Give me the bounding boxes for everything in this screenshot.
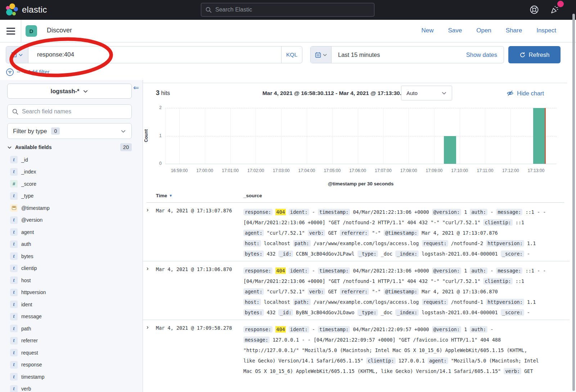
field-item-httpversion[interactable]: thttpversion [0,287,143,299]
gridline-x [307,108,307,164]
source-field-pill: httpversion: [486,240,524,247]
field-item-referrer[interactable]: treferrer [0,335,143,347]
x-tick-label: 17:08:00 [396,168,422,173]
field-item-ident[interactable]: tident [0,298,143,311]
gridline-x [434,108,435,164]
string-type-icon: t [10,276,18,284]
available-fields-header[interactable]: Available fields 20 [7,143,132,151]
x-tick-label: 16:59:00 [166,168,192,173]
elastic-logo[interactable]: elastic [5,3,47,17]
expand-row-icon[interactable]: › [147,324,149,331]
query-language-button[interactable]: KQL [281,46,302,63]
expand-row-icon[interactable]: › [147,206,149,213]
chevron-down-icon [121,129,126,134]
global-search-input[interactable]: Search Elastic [201,3,374,17]
hits-count: 3 hits [156,89,170,97]
gridline-x [510,108,511,164]
interval-select[interactable]: Auto [401,86,452,100]
field-item-request[interactable]: trequest [0,347,143,359]
show-dates-button[interactable]: Show dates [466,51,504,58]
collapse-sidebar-icon[interactable]: ⇐ [133,84,139,92]
gridline-x [230,108,231,164]
nav-link-open[interactable]: Open [476,27,491,34]
field-item-auth[interactable]: tauth [0,238,143,251]
histogram-bar-17:13:00[interactable] [533,108,545,164]
saved-query-icon [11,52,17,58]
string-type-icon: t [10,265,18,272]
hide-chart-button[interactable]: Hide chart [507,90,544,97]
string-type-icon: t [10,337,18,344]
filter-icon[interactable] [6,68,14,76]
sort-desc-icon[interactable]: ▼ [169,194,172,198]
add-filter-button[interactable]: + Add filter [23,69,50,75]
source-field-pill: message: [243,337,270,343]
field-name: timestamp [21,374,45,380]
app-navbar: D Discover NewSaveOpenShareInspect [0,20,576,42]
quick-select-menu-button[interactable] [311,46,332,63]
field-item-agent[interactable]: tagent [0,226,143,238]
x-tick-label: 17:12:00 [498,168,523,173]
x-axis-title: @timestamp per 30 seconds [235,181,487,186]
time-range-value[interactable]: Last 15 minutes [332,51,380,58]
filter-by-type-select[interactable]: Filter by type 0 [7,123,132,139]
field-item-host[interactable]: thost [0,274,143,287]
field-item-@version[interactable]: t@version [0,214,143,226]
refresh-button[interactable]: Refresh [508,46,561,63]
x-tick-label: 17:11:00 [472,168,498,173]
number-type-icon: # [10,180,18,188]
index-pattern-select[interactable]: logstash-* [7,84,132,99]
histogram-bar-17:09:30[interactable] [444,136,456,164]
logo-text: elastic [22,5,47,15]
row-timestamp: Mar 4, 2021 @ 17:13:07.876 [156,208,232,213]
source-field-pill: request: [422,299,448,305]
source-field-pill: verb: [308,230,325,236]
source-field-pill: _index: [395,309,419,316]
filter-by-type-count: 0 [51,127,60,135]
field-item-clientip[interactable]: tclientip [0,262,143,275]
field-item-response[interactable]: tresponse [0,359,143,371]
nav-link-new[interactable]: New [421,27,433,34]
kibana-discover-page: elastic Search Elastic [0,0,576,392]
field-item-@timestamp[interactable]: @timestamp [0,202,143,214]
discover-app-badge[interactable]: D [26,25,37,37]
y-axis-title: Count [144,116,149,156]
help-icon[interactable] [529,5,539,15]
x-tick-label: 17:05:00 [319,168,345,173]
field-item-bytes[interactable]: tbytes [0,250,143,262]
x-tick-label: 17:01:00 [217,168,243,173]
menu-hamburger-icon[interactable] [6,28,15,35]
row-source: response: 404 ident: - timestamp: 04/Mar… [243,207,564,259]
saved-query-menu-button[interactable] [6,46,28,63]
string-type-icon: t [10,240,18,248]
chevron-down-icon [323,53,327,57]
source-field-pill: @timestamp: [384,288,419,295]
field-item-_id[interactable]: t_id [0,154,143,166]
nav-link-inspect[interactable]: Inspect [536,27,556,34]
field-item-timestamp[interactable]: ttimestamp [0,371,143,383]
field-item-_score[interactable]: #_score [0,178,143,190]
field-search-input[interactable]: Search field names [7,104,132,119]
time-column-label: Time [156,193,167,198]
field-item-_index[interactable]: t_index [0,166,143,178]
nav-link-share[interactable]: Share [506,27,522,34]
field-item-message[interactable]: tmessage [0,311,143,323]
row-timestamp: Mar 4, 2021 @ 17:09:58.278 [156,325,232,331]
field-name: auth [21,241,31,247]
gridline-x [409,108,409,164]
column-header-time[interactable]: Time ▼ [156,193,172,198]
vertical-scrollbar[interactable] [572,14,575,391]
source-field-pill: agent: [243,288,264,295]
nav-actions: NewSaveOpenShareInspect [421,27,556,34]
expand-row-icon[interactable]: › [147,265,149,272]
chevron-down-icon [18,53,23,57]
source-line: agent: "curl/7.52.1" verb: GET referrer:… [243,228,564,238]
field-item-path[interactable]: tpath [0,323,143,335]
filter-dash [17,72,20,72]
field-item-_type[interactable]: t_type [0,190,143,202]
query-input[interactable]: response:404 [28,46,281,63]
global-header: elastic Search Elastic [0,0,576,20]
table-row: ›Mar 4, 2021 @ 17:13:07.876response: 404… [143,203,570,261]
field-item-verb[interactable]: tverb [0,383,143,392]
y-tick-label: 1 [153,133,162,138]
nav-link-save[interactable]: Save [448,27,462,34]
